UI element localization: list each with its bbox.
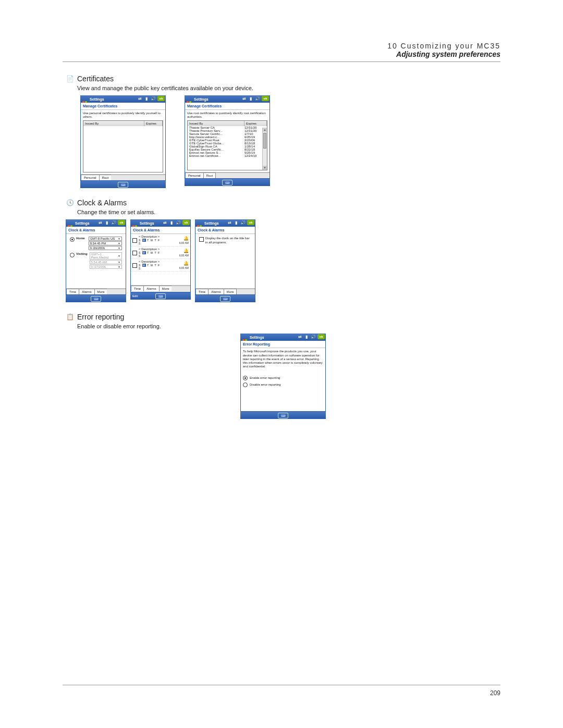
connectivity-icon[interactable]: ⇄ (97, 220, 103, 225)
scrollbar[interactable] (262, 128, 267, 170)
table-row[interactable]: Entrust.net Certificati...12/24/19 (188, 154, 267, 157)
screenshot-certs-personal: Settings ⇄ ▮ 🔊 ok Manage Certificates Us… (80, 95, 166, 188)
screen-title: Error Reporting (241, 341, 325, 348)
hint-text: Use root certificates to positively iden… (187, 112, 267, 119)
windows-logo-icon (67, 220, 74, 226)
ok-button[interactable]: ok (247, 220, 254, 225)
alarm-row[interactable]: < Description >S M T W T F S🔔6:00 AM (131, 234, 190, 246)
signal-icon[interactable]: ▮ (144, 96, 149, 101)
ok-button[interactable]: ok (262, 96, 269, 101)
bell-icon[interactable]: 🔔 (183, 249, 189, 253)
alarm-row[interactable]: < Description >S M T W T F S🔔6:00 AM (131, 246, 190, 259)
chapter-subtitle: Adjusting system preferences (63, 50, 500, 58)
footer-rule (63, 685, 500, 685)
visiting-label: Visiting (76, 252, 88, 255)
signal-icon[interactable]: ▮ (104, 220, 109, 225)
visiting-radio[interactable] (70, 253, 75, 257)
bell-icon[interactable]: 🔔 (183, 236, 189, 241)
chapter-heading: 10 Customizing your MC35 (63, 42, 500, 50)
ok-button[interactable]: ok (118, 220, 125, 225)
signal-icon[interactable]: ▮ (248, 96, 253, 101)
tab-alarms[interactable]: Alarms (208, 289, 224, 294)
signal-icon[interactable]: ▮ (169, 220, 174, 225)
ok-button[interactable]: ok (182, 220, 190, 225)
keyboard-icon[interactable] (155, 293, 166, 299)
tab-more[interactable]: More (94, 289, 108, 294)
tab-more[interactable]: More (159, 286, 173, 291)
connectivity-icon[interactable]: ⇄ (227, 220, 232, 225)
date-field[interactable]: 9 /26/2006 (89, 246, 122, 250)
windows-logo-icon (197, 220, 203, 226)
volume-icon[interactable]: 🔊 (240, 220, 246, 225)
error-report-icon: 📋 (66, 313, 74, 321)
certificate-icon: 📄 (66, 75, 74, 83)
tab-alarms[interactable]: Alarms (143, 286, 160, 291)
tab-time[interactable]: Time (66, 289, 79, 294)
volume-icon[interactable]: 🔊 (111, 220, 116, 225)
screen-title: Clock & Alarms (66, 227, 126, 234)
error-desc: Enable or disable error reporting. (77, 323, 500, 329)
screen-title: Manage Certificates (81, 103, 165, 110)
volume-icon[interactable]: 🔊 (255, 96, 260, 101)
title-bar: Settings ⇄ ▮ 🔊 ok (185, 95, 270, 103)
alarm-checkbox[interactable] (132, 263, 137, 268)
keyboard-icon[interactable] (220, 296, 230, 302)
page-number: 209 (63, 689, 500, 697)
tab-root[interactable]: Root (99, 175, 112, 180)
title-bar: Settings ⇄ ▮ 🔊 ok (80, 95, 166, 103)
signal-icon[interactable]: ▮ (304, 334, 309, 339)
edit-softkey[interactable]: Edit (132, 294, 138, 298)
home-label: Home (76, 237, 85, 240)
disable-error-radio[interactable] (243, 382, 248, 387)
volume-icon[interactable]: 🔊 (176, 220, 181, 225)
keyboard-icon[interactable] (222, 180, 232, 186)
timezone-dropdown-visiting[interactable]: GMT+1 Paris,Madrid (90, 252, 122, 260)
tab-personal[interactable]: Personal (81, 175, 100, 180)
windows-logo-icon (242, 334, 248, 340)
hint-text: Use personal certificates to positively … (83, 112, 163, 119)
alarm-row[interactable]: < Description >S M T W T F S🔔6:00 AM (131, 259, 190, 272)
windows-logo-icon (186, 96, 192, 102)
disable-error-label: Disable error reporting (250, 383, 281, 386)
tab-personal[interactable]: Personal (185, 172, 204, 178)
home-radio[interactable] (70, 237, 75, 242)
alarm-checkbox[interactable] (132, 251, 137, 255)
certificates-table[interactable]: Issued By Expires (83, 120, 163, 172)
volume-icon[interactable]: 🔊 (151, 96, 156, 101)
screenshot-clock-alarms: Settings⇄▮🔊ok Clock & Alarms < Descripti… (130, 219, 191, 302)
keyboard-icon[interactable] (278, 413, 288, 418)
timezone-dropdown[interactable]: GMT-8 Pacific US (89, 237, 122, 241)
enable-error-radio[interactable] (243, 376, 248, 380)
ok-button[interactable]: ok (157, 96, 165, 101)
table-header: Issued By Expires (188, 121, 267, 126)
connectivity-icon[interactable]: ⇄ (162, 220, 167, 225)
screenshot-certs-root: Settings ⇄ ▮ 🔊 ok Manage Certificates Us… (185, 95, 270, 188)
certificates-table[interactable]: Issued By Expires Thawte Server CA12/31/… (187, 120, 267, 170)
connectivity-icon[interactable]: ⇄ (297, 334, 302, 339)
tab-root[interactable]: Root (203, 172, 216, 178)
volume-icon[interactable]: 🔊 (311, 334, 316, 339)
tab-time[interactable]: Time (195, 289, 209, 294)
error-body-text: To help Microsoft improve the products y… (243, 350, 323, 368)
connectivity-icon[interactable]: ⇄ (137, 96, 142, 101)
screenshot-clock-time: Settings⇄▮🔊ok Clock & Alarms Home GMT-8 … (66, 219, 126, 302)
display-clock-checkbox[interactable] (199, 237, 204, 242)
time-field[interactable]: 8:54:45 PM (89, 241, 122, 245)
display-clock-label: Display the clock on the title bar in al… (205, 237, 251, 244)
date-field-visiting[interactable]: 9 /27/2006 (90, 265, 122, 269)
ok-button[interactable]: ok (317, 334, 325, 339)
bell-icon[interactable]: 🔔 (183, 261, 189, 266)
screen-title: Clock & Alarms (195, 227, 255, 234)
signal-icon[interactable]: ▮ (234, 220, 239, 225)
connectivity-icon[interactable]: ⇄ (241, 96, 247, 101)
tab-time[interactable]: Time (131, 286, 144, 291)
clock-icon: 🕓 (66, 199, 74, 207)
tab-more[interactable]: More (224, 289, 237, 294)
keyboard-icon[interactable] (118, 182, 128, 188)
time-field-visiting[interactable]: 5:54:45 AM (90, 260, 122, 264)
screenshot-clock-more: Settings⇄▮🔊ok Clock & Alarms Display the… (195, 219, 255, 302)
keyboard-icon[interactable] (91, 296, 101, 302)
tab-alarms[interactable]: Alarms (79, 289, 95, 294)
certificates-desc: View and manage the public key certifica… (77, 85, 500, 91)
alarm-checkbox[interactable] (132, 238, 137, 243)
